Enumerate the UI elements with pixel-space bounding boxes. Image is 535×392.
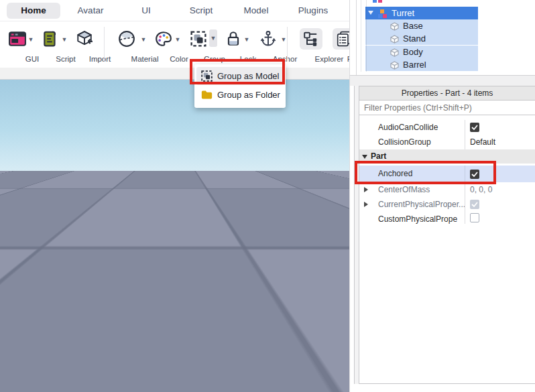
anchor-icon bbox=[259, 29, 278, 48]
tree-guide bbox=[366, 0, 367, 72]
toolbar-separator bbox=[287, 27, 288, 62]
chevron-down-icon[interactable]: ▼ bbox=[27, 35, 35, 44]
explorer-button[interactable]: Explorer bbox=[293, 24, 329, 64]
explorer-item-turret[interactable]: Turret bbox=[350, 7, 535, 19]
panel-gap bbox=[350, 76, 535, 86]
right-panel-column: Turret Base Stand bbox=[350, 0, 535, 392]
material-icon bbox=[117, 29, 136, 48]
property-row-customphysicalproperties[interactable]: CustomPhysicalPrope bbox=[359, 212, 535, 224]
property-row-anchored[interactable]: Anchored bbox=[359, 166, 535, 182]
filter-properties-input[interactable] bbox=[359, 101, 535, 115]
gui-icon bbox=[8, 29, 27, 48]
roblox-studio-window: Home Avatar UI Script Model Plugins bbox=[0, 0, 535, 392]
tab-home[interactable]: Home bbox=[7, 3, 60, 19]
group-icon bbox=[189, 29, 208, 48]
part-icon bbox=[390, 60, 399, 72]
tab-avatar[interactable]: Avatar bbox=[67, 3, 114, 19]
import-icon bbox=[75, 29, 94, 48]
chevron-expanded-icon[interactable] bbox=[362, 155, 367, 159]
collisiongroup-value[interactable]: Default bbox=[465, 135, 535, 149]
folder-icon bbox=[200, 89, 213, 101]
gui-button[interactable]: ▼ GUI bbox=[3, 24, 32, 64]
explorer-item-barrel[interactable]: Barrel bbox=[350, 58, 535, 71]
checkbox-checked-disabled bbox=[470, 200, 479, 209]
body-part[interactable] bbox=[202, 206, 251, 259]
group-button[interactable]: ▼ Group bbox=[182, 24, 215, 64]
chevron-down-icon[interactable]: ▼ bbox=[209, 29, 217, 47]
toolbar: ▼ GUI ▼ Script bbox=[0, 21, 349, 68]
anchor-button[interactable]: ▼ Anchor bbox=[251, 24, 285, 64]
group-as-model-icon bbox=[200, 70, 213, 82]
explorer-item-base[interactable]: Base bbox=[350, 19, 535, 32]
menu-item-group-as-folder[interactable]: Group as Folder bbox=[196, 86, 284, 104]
barrel-part[interactable] bbox=[251, 221, 277, 241]
checkbox-checked[interactable] bbox=[470, 123, 479, 132]
properties-scrollbar[interactable] bbox=[354, 86, 359, 384]
tab-ui[interactable]: UI bbox=[127, 3, 165, 19]
material-button[interactable]: ▼ Material bbox=[109, 24, 145, 64]
color-icon bbox=[154, 29, 173, 48]
color-button[interactable]: ▼ Color bbox=[148, 24, 179, 64]
tab-model[interactable]: Model bbox=[233, 3, 279, 19]
clipped-model-icon bbox=[373, 0, 377, 3]
lock-icon bbox=[224, 29, 243, 48]
chevron-collapsed-icon[interactable] bbox=[364, 187, 368, 192]
property-row-currentphysicalproperties[interactable]: CurrentPhysicalProper... bbox=[359, 197, 535, 212]
group-dropdown-menu: Group as Model Group as Folder bbox=[194, 64, 286, 108]
part-icon bbox=[390, 34, 399, 46]
property-row-collisiongroup[interactable]: CollisionGroup Default bbox=[359, 135, 535, 149]
turret-model[interactable] bbox=[0, 80, 349, 392]
properties-icon bbox=[333, 28, 350, 50]
filter-properties-input-wrap bbox=[359, 101, 535, 115]
model-icon bbox=[378, 9, 387, 21]
script-icon bbox=[41, 29, 60, 48]
property-row-centerofmass[interactable]: CenterOfMass 0, 0, 0 bbox=[359, 182, 535, 197]
viewport-3d[interactable] bbox=[0, 80, 349, 392]
explorer-item-body[interactable]: Body bbox=[350, 46, 535, 58]
properties-title: Properties - Part - 4 items bbox=[359, 86, 535, 101]
left-region: Home Avatar UI Script Model Plugins bbox=[0, 0, 350, 392]
import-button[interactable]: Import bbox=[69, 24, 100, 64]
properties-panel: Properties - Part - 4 items AudioCanColl… bbox=[350, 86, 535, 384]
ribbon-strip bbox=[0, 68, 349, 80]
tab-plugins[interactable]: Plugins bbox=[290, 3, 337, 19]
property-row-audiocancollide[interactable]: AudioCanCollide bbox=[359, 120, 535, 135]
explorer-panel: Turret Base Stand bbox=[350, 0, 535, 76]
tree-guide bbox=[361, 0, 361, 72]
chevron-down-icon[interactable]: ▼ bbox=[243, 35, 251, 44]
chevron-down-icon[interactable]: ▼ bbox=[139, 35, 147, 44]
tab-script[interactable]: Script bbox=[176, 3, 227, 19]
explorer-item-stand[interactable]: Stand bbox=[350, 32, 535, 45]
stand-part[interactable] bbox=[218, 259, 235, 308]
lock-button[interactable]: ▼ Lock bbox=[219, 24, 248, 64]
properties-button[interactable]: Prope bbox=[331, 24, 350, 64]
script-button[interactable]: ▼ Script bbox=[35, 24, 66, 64]
clipped-model-icon bbox=[378, 0, 382, 3]
checkbox-checked[interactable] bbox=[470, 170, 479, 179]
chevron-collapsed-icon[interactable] bbox=[364, 202, 368, 207]
chevron-expanded-icon[interactable] bbox=[368, 11, 373, 15]
toolbar-separator bbox=[104, 27, 105, 62]
property-category-part[interactable]: Part bbox=[359, 149, 535, 164]
checkbox-unchecked[interactable] bbox=[470, 213, 479, 222]
part-icon bbox=[390, 21, 399, 34]
slab-part[interactable] bbox=[0, 290, 46, 358]
menubar: Home Avatar UI Script Model Plugins bbox=[0, 0, 349, 21]
chevron-down-icon[interactable]: ▼ bbox=[60, 35, 68, 44]
explorer-icon bbox=[300, 28, 322, 50]
chevron-down-icon[interactable]: ▼ bbox=[174, 35, 182, 44]
part-icon bbox=[390, 48, 399, 60]
menu-item-group-as-model[interactable]: Group as Model bbox=[196, 67, 284, 85]
